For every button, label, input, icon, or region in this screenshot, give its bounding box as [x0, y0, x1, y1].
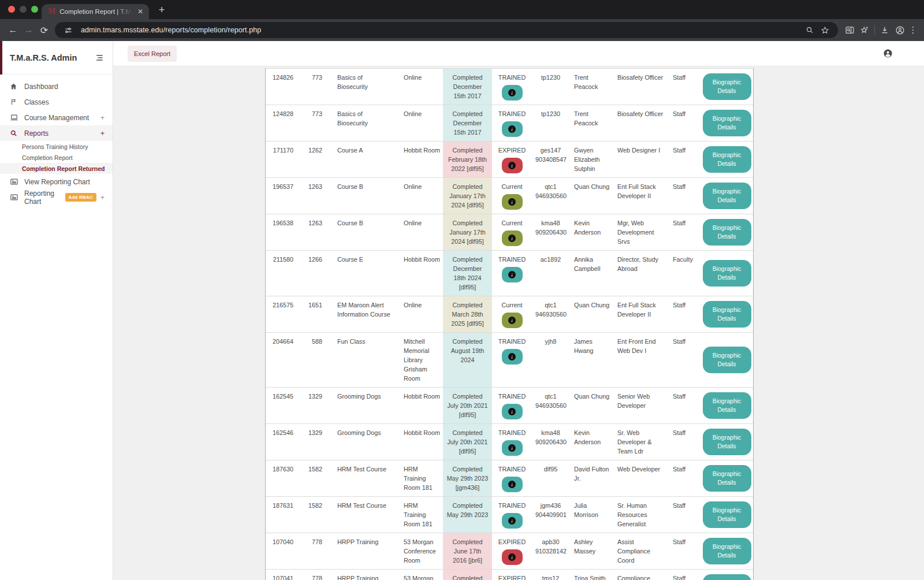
biographic-details-button[interactable]: Biographic Details — [703, 301, 751, 328]
cell-job-title: Ent Full Stack Developer II — [613, 296, 668, 332]
app-title: T.M.a.R.S. Admin — [10, 53, 77, 62]
status-pill[interactable]: i — [502, 85, 523, 101]
cell-person-name: Julia Morrison — [569, 497, 613, 533]
url-text[interactable]: admin.tmars.msstate.edu/reports/completi… — [81, 26, 802, 34]
cell-person-type: Staff — [668, 533, 699, 569]
status-pill[interactable]: i — [502, 440, 523, 456]
biographic-details-button[interactable]: Biographic Details — [703, 429, 751, 455]
cell-job-title: Sr. Human Resources Generalist — [613, 497, 668, 533]
forward-icon[interactable]: → — [21, 23, 36, 38]
table-row: 107040778HRPP Training53 Morgan Conferen… — [266, 533, 753, 569]
biographic-details-button[interactable]: Biographic Details — [703, 574, 751, 580]
address-bar[interactable]: admin.tmars.msstate.edu/reports/completi… — [55, 22, 838, 38]
status-pill[interactable]: i — [502, 230, 523, 246]
cell-person-name: Gwyen Elizabeth Sutphin — [569, 142, 613, 177]
browser-menu-kebab-icon[interactable]: ⋮ — [907, 25, 919, 35]
extensions-star-icon[interactable] — [857, 23, 872, 38]
cell-completion-date: Completed December 15th 2017 — [443, 69, 492, 105]
home-icon — [10, 83, 23, 90]
window-close-button[interactable] — [8, 6, 15, 13]
cell-record-id: 124828 — [266, 105, 301, 141]
table-row: 124826773Basics of BiosecurityOnlineComp… — [266, 68, 753, 105]
status-pill[interactable]: i — [502, 349, 523, 365]
cell-status: TRAINEDi — [492, 251, 532, 296]
sidebar-item-classes[interactable]: Classes — [0, 94, 113, 110]
biographic-details-button[interactable]: Biographic Details — [703, 501, 751, 528]
status-pill[interactable]: i — [502, 404, 523, 419]
sidebar-nav: DashboardClassesCourse Management+Report… — [0, 75, 113, 205]
status-info-icon: i — [508, 89, 516, 96]
status-pill[interactable]: i — [502, 267, 523, 282]
window-minimize-button[interactable] — [20, 6, 27, 13]
biographic-details-button[interactable]: Biographic Details — [703, 465, 751, 492]
sidebar-item-dashboard[interactable]: Dashboard — [0, 79, 113, 94]
sidebar-item-course-management[interactable]: Course Management+ — [0, 110, 113, 125]
status-pill[interactable]: i — [502, 313, 523, 328]
biographic-details-button[interactable]: Biographic Details — [703, 73, 751, 100]
browser-profile-icon[interactable] — [892, 23, 907, 38]
sidebar-item-view-reporting-chart[interactable]: View Reporting Chart — [0, 174, 113, 189]
new-tab-button[interactable]: + — [155, 3, 169, 17]
status-pill[interactable]: i — [502, 121, 523, 137]
table-row: 107041778HRPP Training53 Morgan Conferen… — [266, 569, 753, 580]
cell-person-name: Kevin Anderson — [569, 424, 613, 460]
sidebar-subitem-completion-report[interactable]: Completion Report — [0, 152, 113, 163]
cell-location: Online — [399, 178, 443, 214]
biographic-details-button[interactable]: Biographic Details — [703, 347, 751, 373]
status-pill[interactable]: i — [502, 194, 523, 210]
cell-completion-date: Completed May 29th 2023 [jgm436] — [443, 460, 492, 496]
biographic-details-button[interactable]: Biographic Details — [703, 183, 751, 209]
cell-record-id: 216575 — [266, 296, 301, 332]
status-label: TRAINED — [493, 392, 531, 401]
status-pill[interactable]: i — [502, 158, 523, 173]
sidebar-subitem-persons-training-history[interactable]: Persons Training History — [0, 141, 113, 152]
cell-course-no: 773 — [301, 105, 333, 141]
side-panel-icon[interactable] — [842, 23, 857, 38]
biographic-details-button[interactable]: Biographic Details — [703, 260, 751, 287]
browser-tab[interactable]: M Completion Report | T.M.a.R.S ✕ — [42, 4, 149, 19]
cell-record-id: 196538 — [266, 214, 301, 250]
search-in-page-icon[interactable] — [802, 23, 817, 38]
biographic-details-button[interactable]: Biographic Details — [703, 219, 751, 246]
status-pill[interactable]: i — [502, 549, 523, 565]
user-avatar-icon[interactable] — [883, 49, 893, 58]
biographic-details-button[interactable]: Biographic Details — [703, 392, 751, 419]
sidebar-item-reporting-chart[interactable]: Reporting ChartAdd RBAC+ — [0, 189, 113, 205]
cell-course-name: Grooming Dogs — [333, 424, 399, 460]
cell-course-no: 778 — [301, 533, 333, 569]
table-row: 1711701262Course AHobbit RoomCompleted F… — [266, 141, 753, 177]
cell-person-name: Trent Peacock — [569, 105, 613, 141]
cell-record-id: 187631 — [266, 497, 301, 533]
excel-report-button[interactable]: Excel Report — [128, 46, 177, 62]
cell-job-title: Ent Front End Web Dev I — [613, 333, 668, 387]
cell-person-name: Quan Chung — [569, 178, 613, 214]
downloads-icon[interactable] — [877, 23, 892, 38]
cell-netid: kma48 909206430 — [532, 214, 569, 250]
status-pill[interactable]: i — [502, 513, 523, 529]
cell-job-title: Biosafety Officer — [613, 69, 668, 105]
bookmark-star-icon[interactable] — [817, 23, 832, 38]
cell-job-title: Web Designer I — [613, 142, 668, 177]
cell-course-name: Course A — [333, 142, 399, 177]
window-zoom-button[interactable] — [31, 6, 38, 13]
sidebar-subitem-completion-report-returned[interactable]: Completion Report Returned — [0, 163, 113, 174]
reload-icon[interactable]: ⟳ — [36, 23, 52, 38]
sidebar-item-reports[interactable]: Reports+ — [0, 125, 113, 141]
cell-person-name: David Fulton Jr. — [569, 460, 613, 496]
cell-person-name: James Hwang — [569, 333, 613, 387]
cell-netid: kma48 909206430 — [532, 424, 569, 460]
cell-person-name: Quan Chung — [569, 388, 613, 423]
status-pill[interactable]: i — [502, 477, 523, 492]
sidebar-item-label: Reporting Chart — [24, 189, 65, 206]
cell-person-type: Staff — [668, 214, 699, 250]
biographic-details-button[interactable]: Biographic Details — [703, 110, 751, 136]
tab-close-icon[interactable]: ✕ — [136, 8, 144, 16]
sidebar-scroll-strip — [0, 41, 2, 75]
tab-title: Completion Report | T.M.a.R.S — [59, 8, 132, 15]
back-icon[interactable]: ← — [5, 23, 21, 38]
sidebar-item-label: Dashboard — [24, 83, 105, 91]
biographic-details-button[interactable]: Biographic Details — [703, 538, 751, 564]
sidebar-toggle-icon[interactable] — [95, 54, 104, 62]
biographic-details-button[interactable]: Biographic Details — [703, 146, 751, 173]
site-settings-tune-icon[interactable] — [61, 23, 76, 38]
